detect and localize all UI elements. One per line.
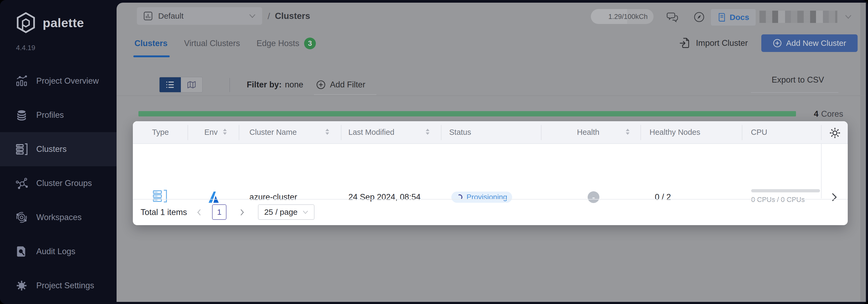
list-view-button[interactable] [159,77,181,92]
sidebar-nav: Project Overview Profiles [0,64,117,303]
export-to-csv-button[interactable]: Export to CSV [763,75,833,85]
palette-logo-icon [15,12,37,34]
column-header-env[interactable]: Env [204,121,218,143]
tab-clusters[interactable]: Clusters [134,39,167,48]
table-settings-button[interactable] [828,126,842,140]
main-content: Default / Clusters 1.29/100kCh [117,3,866,302]
list-icon [165,80,175,89]
project-scope-value: Default [158,11,184,21]
usage-value: 1.29/100kCh [609,9,648,24]
redacted-username [760,11,837,23]
map-icon [187,81,196,89]
capacity-value: 4 [814,109,818,119]
chevron-down-icon [249,13,256,19]
sidebar-item-audit-logs[interactable]: Audit Logs [0,234,117,269]
column-divider [821,125,822,140]
sort-icon[interactable] [223,129,227,135]
import-cluster-button[interactable]: Import Cluster [679,34,748,52]
sidebar-item-profiles[interactable]: Profiles [0,98,117,132]
page-title: Clusters [275,11,310,21]
scrollbar-gutter[interactable] [860,3,866,302]
chevron-right-icon [240,209,245,215]
cpu-usage-bar [751,189,820,192]
version-label: 4.4.19 [16,44,35,52]
logo-wordmark: palette [43,15,84,30]
stack-icon [16,109,28,121]
chevron-left-icon [196,209,202,215]
tab-label: Virtual Clusters [184,39,240,48]
page-size-value: 25 / page [264,208,298,216]
filter-by-label: Filter by: [247,80,282,90]
breadcrumb: / Clusters [268,7,310,25]
clusters-icon [16,143,28,155]
usage-badge[interactable]: 1.29/100kCh [591,9,654,24]
docs-label: Docs [730,13,749,22]
column-header-last-modified[interactable]: Last Modified [348,121,395,143]
column-header-type: Type [152,121,169,143]
column-header-cluster-name[interactable]: Cluster Name [249,121,297,143]
current-page-button[interactable]: 1 [212,204,226,220]
docs-button[interactable]: Docs [711,9,756,26]
sort-icon[interactable] [626,129,629,135]
page-size-select[interactable]: 25 / page [258,204,314,220]
active-tab-underline [133,56,169,57]
user-menu[interactable] [760,11,852,23]
chat-button[interactable] [664,9,681,25]
help-button[interactable] [691,9,708,25]
tab-virtual-clusters[interactable]: Virtual Clusters [184,39,240,48]
gear-icon [829,127,841,139]
capacity-label: 4 Cores [799,109,843,119]
sidebar: palette 4.4.19 Project Overview [0,0,117,304]
book-icon [717,12,726,22]
capacity-bar [138,111,843,116]
capacity-bar-fill [138,111,796,116]
breadcrumb-separator: / [268,11,270,21]
filter-by-value: none [285,80,303,90]
tab-edge-hosts[interactable]: Edge Hosts 3 [257,38,316,49]
sort-icon[interactable] [326,129,329,135]
sidebar-item-label: Cluster Groups [36,178,92,188]
column-divider [441,125,441,140]
map-view-button[interactable] [181,77,202,92]
add-filter-label: Add Filter [330,80,366,90]
divider [229,78,230,92]
edge-hosts-count-badge: 3 [304,38,316,49]
sort-icon[interactable] [426,129,430,135]
sidebar-item-project-settings[interactable]: Project Settings [0,269,117,303]
sidebar-item-clusters[interactable]: Clusters [0,132,117,166]
add-filter-button[interactable]: Add Filter [316,77,366,93]
cluster-tabs: Clusters Virtual Clusters Edge Hosts 3 [134,34,316,53]
bar-chart-icon [16,75,28,87]
filter-by: Filter by: none [247,77,303,93]
column-divider [641,125,641,140]
next-page-button[interactable] [237,207,248,218]
column-divider [341,125,341,140]
sidebar-item-label: Workspaces [36,213,82,222]
project-scope-selector[interactable]: Default [137,7,262,25]
column-divider [541,125,541,140]
sidebar-item-workspaces[interactable]: Workspaces [0,200,117,234]
previous-page-button[interactable] [194,207,204,218]
sidebar-item-project-overview[interactable]: Project Overview [0,64,117,98]
capacity-unit: Cores [821,109,843,119]
column-header-health[interactable]: Health [577,121,599,143]
dashboard-icon [143,11,153,21]
sidebar-item-label: Audit Logs [36,247,75,256]
column-header-status: Status [449,121,471,143]
add-new-cluster-label: Add New Cluster [786,39,846,48]
column-divider [188,125,188,140]
app-logo: palette [15,12,84,34]
divider [117,95,866,96]
clusters-table-panel: Type Env Cluster Name Last Modified Stat… [133,121,848,225]
sidebar-item-cluster-groups[interactable]: Cluster Groups [0,166,117,200]
column-divider [742,125,742,140]
column-header-healthy-nodes: Healthy Nodes [650,121,700,143]
sidebar-item-label: Project Settings [36,281,94,291]
add-new-cluster-button[interactable]: Add New Cluster [761,34,858,52]
column-header-cpu: CPU [751,121,767,143]
view-toggle [159,77,203,93]
pagination-total: Total 1 items [141,200,187,225]
chevron-down-icon [845,14,852,19]
table-row[interactable]: azure-cluster 24 Sep 2024, 08:54 Provisi… [133,144,848,199]
add-filter-underline [314,94,376,95]
